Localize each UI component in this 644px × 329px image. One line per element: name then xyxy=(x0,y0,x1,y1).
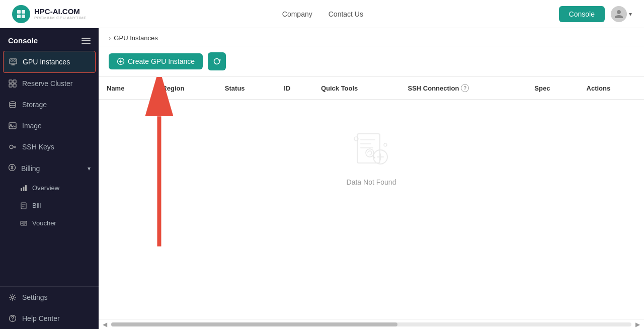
gear-icon xyxy=(9,293,17,301)
overview-icon xyxy=(20,185,27,192)
svg-rect-18 xyxy=(25,185,27,191)
col-id: ID xyxy=(276,77,313,100)
svg-rect-2 xyxy=(17,15,21,18)
col-spec: Spec xyxy=(526,77,578,100)
sidebar-item-help-center[interactable]: Help Center xyxy=(0,308,99,329)
scroll-track[interactable] xyxy=(111,322,631,326)
menu-toggle-icon[interactable] xyxy=(82,38,91,44)
logo-area: HPC-AI.COM PREMIUM GPU ANYTIME xyxy=(12,5,87,23)
empty-text: Data Not Found xyxy=(347,178,396,186)
storage-icon xyxy=(8,100,17,109)
svg-rect-31 xyxy=(360,147,373,148)
grid-icon xyxy=(9,79,17,88)
gpu-instances-icon xyxy=(9,57,18,66)
bill-icon xyxy=(20,202,27,209)
svg-point-24 xyxy=(12,320,13,320)
breadcrumb: › GPU Instances xyxy=(99,28,644,46)
sidebar-sub-item-voucher[interactable]: Voucher xyxy=(0,214,99,232)
top-navigation: HPC-AI.COM PREMIUM GPU ANYTIME Company C… xyxy=(0,0,644,28)
company-link[interactable]: Company xyxy=(282,10,312,18)
svg-rect-0 xyxy=(17,10,21,14)
gpu-instances-table: Name Region Status ID Quick Tools SSH Co… xyxy=(99,77,644,216)
sidebar-bottom: Settings Help Center xyxy=(0,286,99,329)
ssh-connection-label: SSH Connection xyxy=(408,85,459,92)
breadcrumb-chevron-icon: › xyxy=(109,34,111,42)
scroll-thumb[interactable] xyxy=(111,322,397,326)
billing-label: Billing xyxy=(21,164,40,173)
settings-icon xyxy=(8,293,17,302)
dollar-circle-icon xyxy=(8,163,16,172)
scroll-right-arrow[interactable]: ▶ xyxy=(633,321,642,328)
bar-chart-icon xyxy=(20,185,27,192)
svg-point-22 xyxy=(12,296,14,299)
nav-links: Company Contact Us xyxy=(282,10,363,18)
svg-rect-16 xyxy=(21,188,22,191)
sidebar-item-image-label: Image xyxy=(22,122,42,130)
sidebar: Console GPU Instances xyxy=(0,28,99,329)
col-name: Name xyxy=(99,77,154,100)
logo[interactable]: HPC-AI.COM PREMIUM GPU ANYTIME xyxy=(12,5,87,23)
photo-icon xyxy=(9,122,17,130)
sidebar-item-storage[interactable]: Storage xyxy=(0,94,99,115)
refresh-icon xyxy=(212,57,221,66)
contact-us-link[interactable]: Contact Us xyxy=(329,10,363,18)
key-icon xyxy=(8,142,17,151)
logo-icon xyxy=(12,5,30,23)
svg-rect-9 xyxy=(9,84,12,87)
settings-label: Settings xyxy=(22,293,48,301)
sidebar-item-settings[interactable]: Settings xyxy=(0,287,99,308)
sidebar-item-reserve-cluster-label: Reserve Cluster xyxy=(22,79,72,88)
svg-rect-17 xyxy=(23,187,25,191)
create-gpu-instance-button[interactable]: Create GPU Instance xyxy=(109,53,203,69)
horizontal-scrollbar[interactable]: ◀ ▶ xyxy=(99,319,644,329)
sidebar-item-gpu-instances[interactable]: GPU Instances xyxy=(3,51,96,73)
sidebar-item-ssh-keys-label: SSH Keys xyxy=(22,143,54,151)
sidebar-item-image[interactable]: Image xyxy=(0,115,99,136)
logo-text-container: HPC-AI.COM PREMIUM GPU ANYTIME xyxy=(34,8,87,21)
scroll-left-arrow[interactable]: ◀ xyxy=(101,321,109,328)
sidebar-sub-item-overview[interactable]: Overview xyxy=(0,179,99,197)
image-icon xyxy=(8,121,17,130)
logo-sub-text: PREMIUM GPU ANYTIME xyxy=(34,16,87,20)
overview-label: Overview xyxy=(32,184,59,192)
sidebar-item-ssh-keys[interactable]: SSH Keys xyxy=(0,136,99,157)
refresh-button[interactable] xyxy=(208,52,226,70)
sidebar-item-billing[interactable]: Billing ▾ xyxy=(0,157,99,179)
main-content: › GPU Instances Create GPU Instance xyxy=(99,28,644,329)
bill-label: Bill xyxy=(32,202,41,209)
sidebar-item-reserve-cluster[interactable]: Reserve Cluster xyxy=(0,73,99,94)
console-button[interactable]: Console xyxy=(559,6,605,22)
svg-rect-7 xyxy=(9,80,12,83)
sidebar-sub-item-bill[interactable]: Bill xyxy=(0,197,99,214)
svg-point-35 xyxy=(384,143,387,146)
col-status: Status xyxy=(217,77,276,100)
svg-rect-30 xyxy=(360,143,371,144)
logo-main-text: HPC-AI.COM xyxy=(34,8,87,16)
sidebar-item-gpu-instances-label: GPU Instances xyxy=(23,58,70,66)
sidebar-item-storage-label: Storage xyxy=(22,101,47,109)
voucher-label: Voucher xyxy=(32,219,56,227)
table-container: Name Region Status ID Quick Tools SSH Co… xyxy=(99,77,644,319)
toolbar: Create GPU Instance xyxy=(99,46,644,77)
empty-state: Data Not Found xyxy=(99,100,644,216)
avatar xyxy=(611,6,627,22)
col-quick-tools: Quick Tools xyxy=(313,77,400,100)
help-center-label: Help Center xyxy=(22,314,60,322)
receipt-icon xyxy=(20,202,27,209)
billing-icon xyxy=(8,163,16,173)
svg-point-21 xyxy=(22,222,23,223)
col-actions: Actions xyxy=(579,77,644,100)
user-avatar-container[interactable]: ▾ xyxy=(611,6,632,22)
svg-point-11 xyxy=(10,102,16,104)
chevron-down-icon: ▾ xyxy=(629,11,632,18)
reserve-cluster-icon xyxy=(8,79,17,88)
create-button-label: Create GPU Instance xyxy=(128,57,195,65)
svg-rect-1 xyxy=(22,10,25,14)
ssh-help-icon[interactable]: ? xyxy=(461,84,469,92)
svg-rect-10 xyxy=(13,84,16,87)
svg-rect-29 xyxy=(360,139,375,140)
ticket-icon xyxy=(20,220,27,227)
col-ssh-connection: SSH Connection ? xyxy=(399,77,526,100)
help-center-icon xyxy=(8,314,17,323)
svg-rect-5 xyxy=(11,60,13,61)
